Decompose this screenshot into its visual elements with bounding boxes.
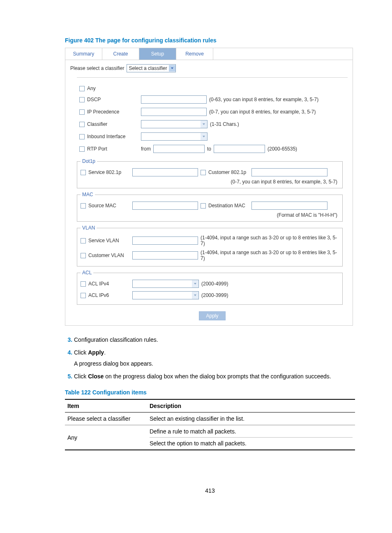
destination-mac-label: Destination MAC xyxy=(208,203,245,209)
customer-vlan-input[interactable] xyxy=(132,251,198,260)
rtp-to-label: to xyxy=(207,146,211,152)
col-description: Description xyxy=(147,399,355,412)
service-8021p-label: Service 802.1p xyxy=(88,169,121,175)
ip-precedence-hint: (0-7, you can input 8 entries, for examp… xyxy=(209,109,316,115)
service-vlan-input[interactable] xyxy=(132,236,198,245)
service-vlan-label: Service VLAN xyxy=(88,238,119,243)
classifier-hint: (1-31 Chars.) xyxy=(210,121,239,127)
rtp-to-input[interactable] xyxy=(214,145,265,153)
acl-ipv4-dropdown[interactable] xyxy=(132,280,199,288)
step-5: Click Close on the progress dialog box w… xyxy=(74,372,355,381)
source-mac-label: Source MAC xyxy=(88,203,116,209)
rtp-port-checkbox[interactable] xyxy=(79,146,85,152)
any-checkbox[interactable] xyxy=(79,86,85,91)
acl-ipv4-hint: (2000-4999) xyxy=(201,281,228,287)
select-classifier-dropdown[interactable]: Select a classifier xyxy=(127,64,175,72)
rtp-from-label: from xyxy=(141,146,151,152)
dscp-checkbox[interactable] xyxy=(79,97,85,102)
config-form-screenshot: Summary Create Setup Remove Please selec… xyxy=(65,48,353,326)
acl-ipv6-label: ACL IPv6 xyxy=(88,292,109,298)
service-8021p-input[interactable] xyxy=(132,168,198,176)
dscp-hint: (0-63, you can input 8 entries, for exam… xyxy=(209,97,318,102)
col-item: Item xyxy=(65,399,147,412)
vlan-group: VLAN Service VLAN (1-4094, input a range… xyxy=(77,225,343,266)
dot1p-group: Dot1p Service 802.1p Customer 802.1p (0-… xyxy=(77,158,343,188)
rtp-port-label: RTP Port xyxy=(87,146,107,152)
mac-group: MAC Source MAC Destination MAC (Format o… xyxy=(77,192,343,222)
customer-vlan-label: Customer VLAN xyxy=(88,253,124,258)
tab-summary[interactable]: Summary xyxy=(65,48,102,60)
tab-remove[interactable]: Remove xyxy=(176,48,213,60)
tab-bar: Summary Create Setup Remove xyxy=(65,48,353,60)
acl-ipv6-checkbox[interactable] xyxy=(81,293,86,298)
mac-legend: MAC xyxy=(81,192,95,197)
acl-group: ACL ACL IPv4 (2000-4999) xyxy=(77,270,343,305)
dscp-input[interactable] xyxy=(141,95,207,104)
acl-ipv6-dropdown[interactable] xyxy=(132,291,199,299)
customer-vlan-hint: (1-4094, input a range such as 3-20 or u… xyxy=(201,250,339,261)
dot1p-legend: Dot1p xyxy=(81,158,97,164)
inbound-interface-label: Inbound Interface xyxy=(87,134,125,139)
source-mac-checkbox[interactable] xyxy=(81,203,86,209)
classifier-label: Classifier xyxy=(87,121,107,127)
classifier-dropdown[interactable] xyxy=(141,120,208,128)
acl-ipv4-label: ACL IPv4 xyxy=(88,281,109,287)
destination-mac-checkbox[interactable] xyxy=(201,203,206,209)
any-label: Any xyxy=(87,86,96,91)
chevron-down-icon xyxy=(169,65,175,72)
step-4: Click Apply. A progress dialog box appea… xyxy=(74,348,355,368)
step-3: Configuration classification rules. xyxy=(74,336,355,344)
chevron-down-icon xyxy=(201,133,207,140)
chevron-down-icon xyxy=(192,280,198,287)
figure-caption: Figure 402 The page for configuring clas… xyxy=(65,37,355,44)
page-number: 413 xyxy=(65,487,355,494)
classifier-checkbox[interactable] xyxy=(79,122,85,127)
destination-mac-input[interactable] xyxy=(251,202,327,210)
inbound-interface-checkbox[interactable] xyxy=(79,134,85,139)
select-classifier-value: Select a classifier xyxy=(129,65,167,71)
config-items-table: Item Description Please select a classif… xyxy=(65,399,355,450)
ip-precedence-input[interactable] xyxy=(141,108,207,116)
table-caption: Table 122 Configuration items xyxy=(65,389,355,396)
acl-ipv6-hint: (2000-3999) xyxy=(201,292,228,298)
service-vlan-checkbox[interactable] xyxy=(81,238,86,243)
table-row: Please select a classifier Select an exi… xyxy=(65,412,355,425)
source-mac-input[interactable] xyxy=(132,202,198,210)
dscp-label: DSCP xyxy=(87,97,101,102)
chevron-down-icon xyxy=(201,121,207,128)
service-vlan-hint: (1-4094, input a range such as 3-20 or u… xyxy=(201,235,339,246)
mac-hint: (Format of MAC is "H-H-H") xyxy=(81,211,339,218)
select-classifier-label: Please select a classifier xyxy=(70,65,124,71)
vlan-legend: VLAN xyxy=(81,225,97,231)
service-8021p-checkbox[interactable] xyxy=(81,170,86,175)
steps-list: Configuration classification rules. Clic… xyxy=(65,336,355,381)
rtp-from-input[interactable] xyxy=(153,145,205,153)
customer-vlan-checkbox[interactable] xyxy=(81,253,86,258)
apply-button[interactable]: Apply xyxy=(199,311,225,320)
dot1p-hint: (0-7, you can input 8 entries, for examp… xyxy=(81,178,339,185)
acl-ipv4-checkbox[interactable] xyxy=(81,281,86,287)
acl-legend: ACL xyxy=(81,270,93,276)
inbound-interface-dropdown[interactable] xyxy=(141,132,208,141)
step-4-sub: A progress dialog box appears. xyxy=(74,359,355,368)
customer-8021p-label: Customer 802.1p xyxy=(208,169,246,175)
table-row: Any Define a rule to match all packets. … xyxy=(65,425,355,450)
ip-precedence-label: IP Precedence xyxy=(87,109,120,115)
ip-precedence-checkbox[interactable] xyxy=(79,109,85,115)
tab-setup[interactable]: Setup xyxy=(139,48,176,60)
tab-create[interactable]: Create xyxy=(102,48,139,60)
rtp-hint: (2000-65535) xyxy=(267,146,297,152)
customer-8021p-input[interactable] xyxy=(251,168,327,176)
customer-8021p-checkbox[interactable] xyxy=(201,170,206,175)
chevron-down-icon xyxy=(192,292,198,299)
